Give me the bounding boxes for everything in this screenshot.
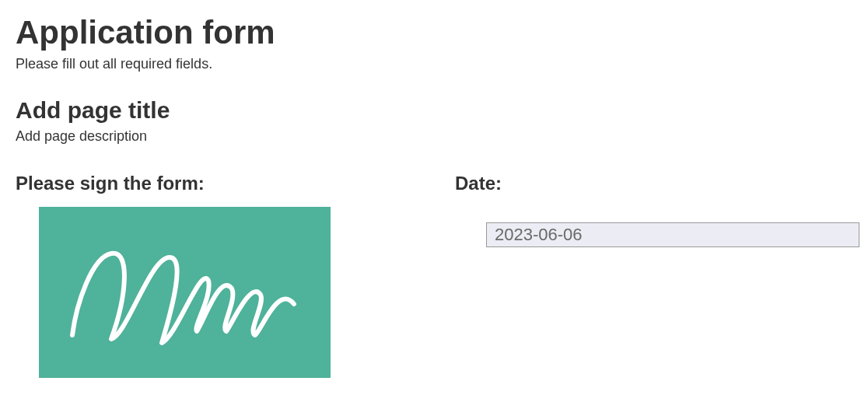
signature-input[interactable]	[39, 207, 331, 378]
date-input[interactable]	[486, 222, 859, 247]
date-column: Date:	[455, 173, 859, 378]
form-subtitle: Please fill out all required fields.	[16, 56, 852, 72]
signature-column: Please sign the form:	[16, 173, 424, 378]
page-description: Add page description	[16, 128, 852, 145]
form-title: Application form	[16, 14, 852, 51]
page-title: Add page title	[16, 97, 852, 124]
signature-icon	[57, 226, 313, 358]
fields-row: Please sign the form: Date:	[16, 173, 852, 378]
signature-label: Please sign the form:	[16, 173, 424, 194]
date-label: Date:	[455, 173, 859, 194]
